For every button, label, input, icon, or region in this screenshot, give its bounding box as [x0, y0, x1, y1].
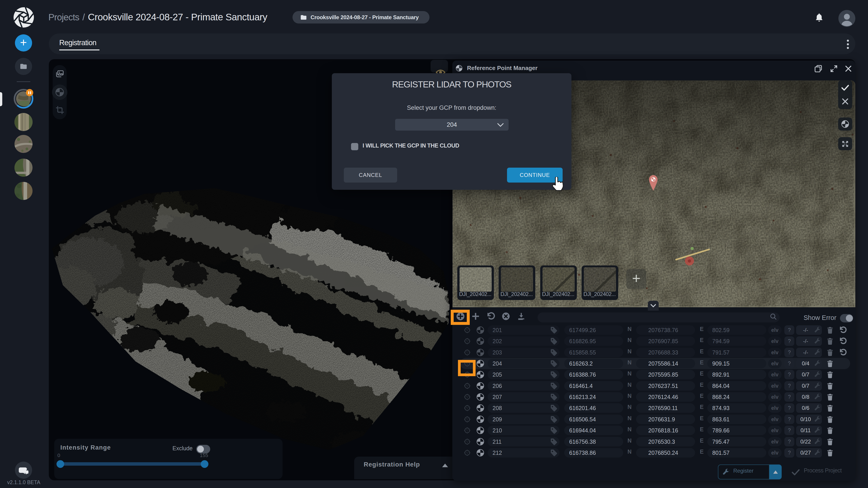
svg-text:A: A: [844, 123, 846, 126]
